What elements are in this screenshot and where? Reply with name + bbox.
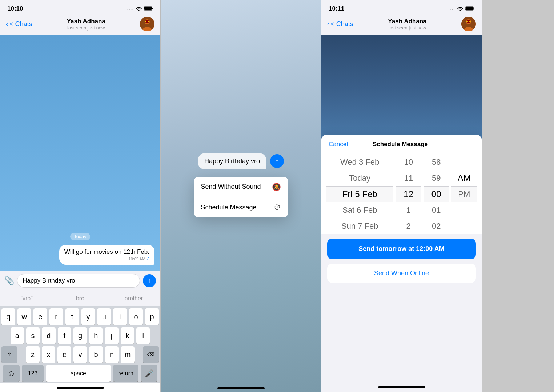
cancel-button-3[interactable]: Cancel: [329, 141, 348, 148]
context-message-row: Happy Birthday vro ↑: [198, 153, 284, 169]
key-f[interactable]: f: [58, 327, 71, 344]
send-when-online-button[interactable]: Send When Online: [327, 264, 476, 283]
signal-dots-icon-3: ····: [449, 6, 455, 12]
wifi-icon-3: [457, 5, 463, 12]
avatar-1[interactable]: [140, 17, 154, 31]
signal-dots-icon: ····: [127, 6, 134, 12]
key-i[interactable]: i: [113, 308, 127, 325]
chat-area-3: [321, 35, 482, 141]
picker-columns: Tue 2 Feb Wed 3 Feb Today Fri 5 Feb Sat …: [321, 154, 482, 234]
key-z[interactable]: z: [26, 346, 40, 363]
chats-back-label-3[interactable]: < Chats: [330, 20, 353, 28]
attach-button-1[interactable]: 📎: [4, 276, 14, 285]
chevron-left-icon-3: ‹: [327, 21, 329, 27]
key-j[interactable]: j: [105, 327, 118, 344]
picker-date-inner: Tue 2 Feb Wed 3 Feb Today Fri 5 Feb Sat …: [325, 154, 394, 234]
key-q[interactable]: q: [1, 308, 15, 325]
key-b[interactable]: b: [89, 346, 103, 363]
statusbar-2: [161, 0, 321, 16]
picker-min-2: 59: [422, 170, 450, 186]
contact-name-1: Yash Adhana: [67, 18, 105, 25]
chats-back-label-1[interactable]: < Chats: [9, 20, 32, 28]
sheet-header: Cancel Schedule Message: [321, 135, 482, 154]
key-d[interactable]: d: [42, 327, 55, 344]
key-l[interactable]: l: [136, 327, 150, 344]
message-text-1: Will go for movies on 12th Feb.: [64, 248, 149, 255]
key-emoji[interactable]: ☺: [3, 365, 20, 382]
key-w[interactable]: w: [17, 308, 31, 325]
autocomplete-item-1[interactable]: "vro": [0, 293, 53, 304]
context-send-button[interactable]: ↑: [270, 154, 284, 168]
status-time-3: 10:11: [329, 5, 344, 12]
avatar-3[interactable]: [461, 17, 476, 31]
picker-hour-3: 12: [394, 186, 422, 202]
menu-item-send-without-sound[interactable]: Send Without Sound 🔕: [194, 177, 288, 197]
key-shift[interactable]: ⇧: [1, 346, 17, 363]
panel-3-schedule: 10:11 ···· ‹ < Chats Yash Adhana last se…: [321, 0, 482, 392]
autocomplete-item-2[interactable]: bro: [53, 293, 107, 304]
contact-info-3: Yash Adhana last seen just now: [388, 18, 426, 31]
send-button-1[interactable]: ↑: [143, 274, 156, 287]
clock-icon: ⏱: [274, 203, 281, 212]
schedule-sheet: Cancel Schedule Message Tue 2 Feb Wed 3 …: [321, 135, 482, 382]
key-p[interactable]: p: [145, 308, 159, 325]
key-mic[interactable]: 🎤: [141, 365, 157, 382]
picker-min-3: 00: [422, 186, 450, 202]
key-delete[interactable]: ⌫: [143, 346, 159, 363]
autocomplete-item-3[interactable]: brother: [107, 293, 160, 304]
key-t[interactable]: t: [65, 308, 79, 325]
key-e[interactable]: e: [33, 308, 47, 325]
key-s[interactable]: s: [26, 327, 40, 344]
send-without-sound-label: Send Without Sound: [201, 183, 261, 191]
picker-hour-inner: 9 10 11 12 1 2 3: [394, 154, 422, 234]
picker-hour-4: 1: [394, 202, 422, 218]
send-scheduled-button[interactable]: Send tomorrow at 12:00 AM: [327, 239, 476, 259]
key-x[interactable]: x: [42, 346, 56, 363]
key-n[interactable]: n: [105, 346, 119, 363]
navbar-3: ‹ < Chats Yash Adhana last seen just now: [321, 14, 482, 35]
navbar-1: ‹ < Chats Yash Adhana last seen just now: [0, 14, 160, 35]
statusbar-3: 10:11 ····: [321, 0, 482, 14]
battery-icon: [144, 5, 153, 12]
keyboard-row-2: a s d f g h j k l: [1, 327, 159, 344]
key-v[interactable]: v: [73, 346, 87, 363]
key-c[interactable]: c: [57, 346, 71, 363]
key-u[interactable]: u: [97, 308, 111, 325]
picker-date-3: Fri 5 Feb: [325, 186, 394, 202]
key-return[interactable]: return: [113, 365, 138, 382]
key-space[interactable]: space: [46, 365, 111, 382]
mute-bell-icon: 🔕: [272, 183, 281, 191]
key-a[interactable]: a: [11, 327, 24, 344]
keyboard-row-1: q w e r t y u i o p: [1, 308, 159, 325]
key-r[interactable]: r: [49, 308, 63, 325]
date-label-1: Today: [70, 233, 90, 240]
message-input-1[interactable]: [17, 274, 140, 288]
send-arrow-icon-1: ↑: [148, 277, 151, 285]
picker-minute-inner: 57 58 59 00 01 02 03: [422, 154, 450, 234]
picker-date-1: Wed 3 Feb: [325, 154, 394, 170]
home-bar-3: [321, 382, 482, 392]
key-o[interactable]: o: [129, 308, 143, 325]
chat-area-1: Today Will go for movies on 12th Feb. 10…: [0, 35, 160, 271]
key-h[interactable]: h: [89, 327, 103, 344]
input-row-1: 📎 ↑: [0, 271, 160, 291]
back-button-3[interactable]: ‹ < Chats: [327, 20, 353, 28]
sheet-title: Schedule Message: [373, 141, 428, 148]
key-m[interactable]: m: [121, 346, 135, 363]
picker-am: AM: [450, 170, 478, 186]
chevron-left-icon-1: ‹: [6, 20, 8, 28]
date-time-picker[interactable]: Tue 2 Feb Wed 3 Feb Today Fri 5 Feb Sat …: [321, 154, 482, 234]
message-bubble-1: Will go for movies on 12th Feb. 10:05 AM…: [59, 245, 154, 265]
back-button-1[interactable]: ‹ < Chats: [6, 20, 32, 28]
key-y[interactable]: y: [81, 308, 95, 325]
key-k[interactable]: k: [121, 327, 134, 344]
menu-item-schedule-message[interactable]: Schedule Message ⏱: [194, 197, 288, 217]
picker-hour-1: 10: [394, 154, 422, 170]
key-g[interactable]: g: [73, 327, 87, 344]
context-send-icon: ↑: [276, 157, 279, 165]
picker-min-5: 02: [422, 218, 450, 234]
contact-status-3: last seen just now: [388, 25, 426, 31]
svg-point-8: [148, 21, 149, 22]
key-numbers[interactable]: 123: [22, 365, 44, 382]
keyboard-bottom-row: ☺ 123 space return 🎤: [1, 365, 159, 383]
